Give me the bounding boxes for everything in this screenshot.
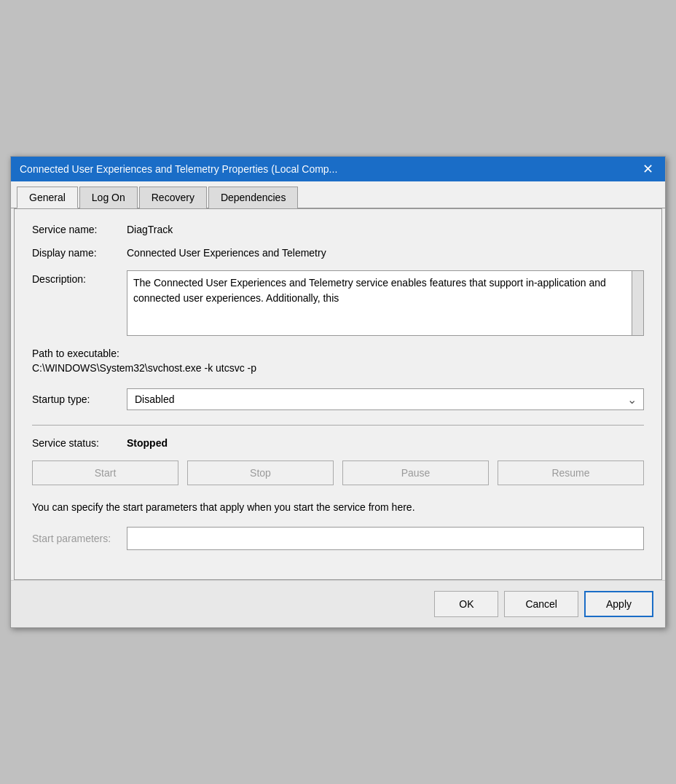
service-name-value: DiagTrack bbox=[127, 224, 173, 235]
startup-type-wrapper: Disabled Manual Automatic Automatic (Del… bbox=[127, 388, 644, 410]
service-status-value: Stopped bbox=[127, 437, 168, 449]
startup-type-select[interactable]: Disabled Manual Automatic Automatic (Del… bbox=[127, 388, 644, 410]
start-params-label: Start parameters: bbox=[32, 533, 127, 544]
dialog-footer: OK Cancel Apply bbox=[11, 580, 665, 627]
close-button[interactable]: ✕ bbox=[640, 162, 656, 176]
service-name-label: Service name: bbox=[32, 224, 127, 235]
display-name-value: Connected User Experiences and Telemetry bbox=[127, 247, 326, 259]
apply-button[interactable]: Apply bbox=[584, 591, 653, 617]
title-bar: Connected User Experiences and Telemetry… bbox=[11, 157, 665, 181]
ok-button[interactable]: OK bbox=[434, 591, 498, 617]
start-button[interactable]: Start bbox=[32, 460, 178, 485]
display-name-row: Display name: Connected User Experiences… bbox=[32, 247, 644, 259]
service-status-label: Service status: bbox=[32, 437, 127, 449]
tab-dependencies[interactable]: Dependencies bbox=[208, 187, 299, 208]
start-params-row: Start parameters: bbox=[32, 527, 644, 550]
tab-general[interactable]: General bbox=[17, 187, 78, 208]
resume-button[interactable]: Resume bbox=[498, 460, 644, 485]
display-name-label: Display name: bbox=[32, 247, 127, 259]
stop-button[interactable]: Stop bbox=[187, 460, 334, 485]
start-params-input[interactable] bbox=[127, 527, 644, 550]
description-section: Description: The Connected User Experien… bbox=[32, 270, 644, 336]
description-label: Description: bbox=[32, 270, 127, 285]
info-text: You can specify the start parameters tha… bbox=[32, 500, 644, 515]
scrollbar[interactable] bbox=[632, 271, 643, 335]
path-value: C:\WINDOWS\System32\svchost.exe -k utcsv… bbox=[32, 362, 644, 374]
divider bbox=[32, 425, 644, 426]
properties-dialog: Connected User Experiences and Telemetry… bbox=[10, 156, 666, 628]
description-text: The Connected User Experiences and Telem… bbox=[133, 275, 637, 306]
service-control-buttons: Start Stop Pause Resume bbox=[32, 460, 644, 485]
pause-button[interactable]: Pause bbox=[342, 460, 489, 485]
description-box: The Connected User Experiences and Telem… bbox=[127, 270, 644, 336]
startup-type-row: Startup type: Disabled Manual Automatic … bbox=[32, 388, 644, 410]
path-section: Path to executable: C:\WINDOWS\System32\… bbox=[32, 348, 644, 374]
window-title: Connected User Experiences and Telemetry… bbox=[20, 163, 640, 175]
tab-content: Service name: DiagTrack Display name: Co… bbox=[14, 208, 662, 580]
tab-bar: General Log On Recovery Dependencies bbox=[11, 181, 665, 208]
cancel-button[interactable]: Cancel bbox=[504, 591, 578, 617]
startup-type-label: Startup type: bbox=[32, 393, 127, 405]
path-label: Path to executable: bbox=[32, 348, 644, 359]
service-name-row: Service name: DiagTrack bbox=[32, 224, 644, 235]
service-status-row: Service status: Stopped bbox=[32, 437, 644, 449]
tab-recovery[interactable]: Recovery bbox=[139, 187, 207, 208]
tab-logon[interactable]: Log On bbox=[79, 187, 138, 208]
